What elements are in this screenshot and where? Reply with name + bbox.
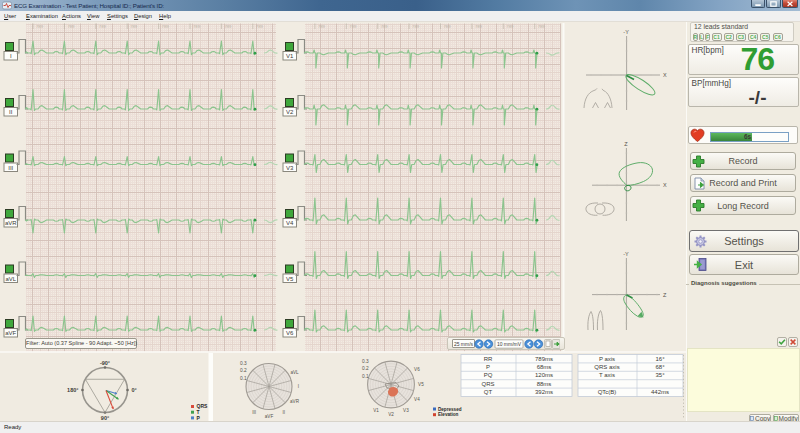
svg-text:QRS: QRS — [481, 381, 494, 387]
svg-text:V3: V3 — [286, 165, 294, 171]
svg-text:aVF: aVF — [5, 330, 16, 336]
svg-text:V2: V2 — [286, 109, 294, 115]
svg-text:aVR: aVR — [5, 220, 17, 226]
svg-text:789: 789 — [538, 24, 546, 29]
svg-text:QTc(B): QTc(B) — [598, 389, 617, 395]
svg-text:QRS axis: QRS axis — [594, 364, 619, 370]
svg-text:789: 789 — [36, 24, 44, 29]
svg-text:120ms: 120ms — [535, 372, 553, 378]
svg-text:789: 789 — [99, 24, 107, 29]
svg-text:V6: V6 — [414, 367, 420, 372]
svg-text:I: I — [298, 384, 299, 389]
svg-text:789: 789 — [349, 24, 357, 29]
svg-text:III: III — [252, 410, 256, 415]
svg-text:V1: V1 — [373, 408, 379, 413]
svg-text:16°: 16° — [655, 356, 665, 362]
svg-text:V4: V4 — [414, 397, 420, 402]
svg-text:PQ: PQ — [484, 372, 493, 378]
svg-text:aVR: aVR — [290, 399, 300, 404]
svg-text:10 mm/mV: 10 mm/mV — [497, 340, 522, 346]
svg-text:68°: 68° — [655, 364, 665, 370]
svg-text:35°: 35° — [655, 372, 665, 378]
svg-text:Elevation: Elevation — [438, 412, 459, 417]
svg-text:392ms: 392ms — [535, 389, 553, 395]
svg-text:V4: V4 — [286, 220, 294, 226]
svg-text:II: II — [283, 410, 286, 415]
svg-text:V5: V5 — [286, 276, 294, 282]
svg-text:X: X — [663, 72, 667, 78]
svg-text:V3: V3 — [403, 408, 409, 413]
svg-text:180°: 180° — [67, 387, 78, 393]
svg-text:789: 789 — [444, 24, 452, 29]
svg-text:aVL: aVL — [290, 370, 299, 375]
svg-text:789: 789 — [475, 24, 483, 29]
svg-text:-Y: -Y — [623, 29, 629, 35]
svg-text:789: 789 — [67, 24, 75, 29]
svg-text:789: 789 — [381, 24, 389, 29]
svg-text:V6: V6 — [286, 330, 294, 336]
svg-text:-Y: -Y — [623, 251, 629, 257]
svg-text:0.2: 0.2 — [362, 366, 369, 371]
svg-text:X: X — [663, 182, 667, 188]
svg-text:442ms: 442ms — [651, 389, 669, 395]
svg-text:III: III — [8, 165, 13, 171]
svg-text:P: P — [486, 364, 490, 370]
svg-text:II: II — [9, 109, 13, 115]
svg-text:789: 789 — [162, 24, 170, 29]
svg-text:789: 789 — [256, 24, 264, 29]
svg-text:aVL: aVL — [5, 276, 16, 282]
svg-text:aVF: aVF — [265, 414, 274, 419]
svg-text:0°: 0° — [132, 387, 137, 393]
svg-text:0.1: 0.1 — [240, 376, 247, 381]
svg-text:0.2: 0.2 — [240, 368, 247, 373]
svg-text:V1: V1 — [286, 53, 294, 59]
svg-text:Depressed: Depressed — [438, 407, 462, 412]
svg-text:T axis: T axis — [599, 372, 615, 378]
svg-text:QT: QT — [484, 389, 493, 395]
svg-text:0.3: 0.3 — [240, 361, 247, 366]
svg-text:789: 789 — [318, 24, 326, 29]
svg-text:789: 789 — [130, 24, 138, 29]
svg-text:789: 789 — [506, 24, 514, 29]
svg-text:789: 789 — [224, 24, 232, 29]
svg-text:-90°: -90° — [100, 360, 110, 366]
svg-text:0.1: 0.1 — [362, 374, 369, 379]
svg-text:789: 789 — [412, 24, 420, 29]
svg-text:P axis: P axis — [599, 356, 615, 362]
svg-text:789: 789 — [193, 24, 201, 29]
svg-text:68ms: 68ms — [537, 364, 552, 370]
svg-text:V2: V2 — [388, 412, 394, 417]
svg-text:88ms: 88ms — [537, 381, 552, 387]
svg-text:0.3: 0.3 — [362, 359, 369, 364]
svg-text:789ms: 789ms — [535, 356, 553, 362]
svg-text:RR: RR — [484, 356, 493, 362]
svg-text:V5: V5 — [418, 382, 424, 387]
